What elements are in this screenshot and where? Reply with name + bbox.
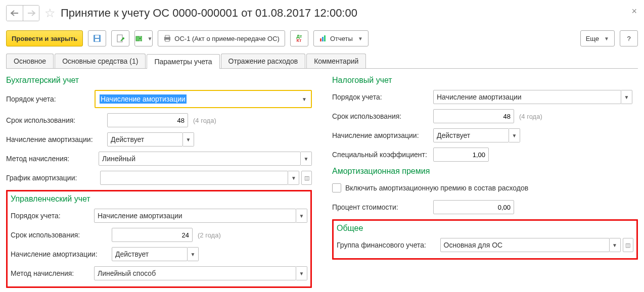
svg-rect-1 [95,35,99,38]
nu-term-input[interactable] [433,109,514,123]
svg-rect-12 [324,35,326,41]
save-button[interactable] [88,30,106,46]
section-common-title: Общее [337,224,633,233]
mu-order-select[interactable]: Начисление амортизации [94,209,296,223]
dropdown-icon[interactable]: ▼ [610,238,621,252]
dtkt-button[interactable]: ДтКт [290,30,308,46]
bu-term-label: Срок использования: [6,116,107,124]
nu-depr-select[interactable]: Действует [433,128,509,142]
dropdown-icon[interactable]: ▼ [296,209,307,223]
post-button[interactable] [111,30,129,46]
close-button[interactable]: × [631,6,637,17]
nu-term-label: Срок использования: [332,112,433,120]
help-button[interactable]: ? [620,30,638,46]
bu-depr-label: Начисление амортизации: [6,135,107,143]
svg-rect-8 [165,35,169,37]
nu-term-hint: (4 года) [519,113,542,120]
nu-depr-label: Начисление амортизации: [332,131,433,139]
mu-method-select[interactable]: Линейный способ [94,266,296,280]
svg-rect-11 [322,37,324,41]
dropdown-icon[interactable]: ▼ [188,247,199,261]
tab-accounting-params[interactable]: Параметры учета [147,54,219,69]
dropdown-icon[interactable]: ▼ [299,92,310,106]
svg-rect-9 [165,39,169,41]
bonus-include-checkbox[interactable] [332,183,341,192]
bonus-include-label: Включить амортизационную премию в состав… [345,184,528,192]
tab-expenses[interactable]: Отражение расходов [221,54,306,68]
bu-term-input[interactable] [107,113,188,127]
bu-order-label: Порядок учета: [6,95,95,103]
nav-forward-button[interactable] [23,6,39,21]
bonus-percent-label: Процент стоимости: [332,203,433,211]
tab-assets[interactable]: Основные средства (1) [55,54,146,68]
favorite-star-icon[interactable]: ☆ [44,6,56,20]
page-title: Принятие к учету ОС 0000-000001 от 01.08… [61,7,357,20]
bu-schedule-label: График амортизации: [6,174,100,182]
section-nu-title: Налоговый учет [332,76,638,85]
dropdown-icon[interactable]: ▼ [296,266,307,280]
mu-depr-select[interactable]: Действует [112,247,188,261]
svg-rect-6 [141,36,142,41]
open-ref-button[interactable]: ◫ [623,238,633,252]
bu-depr-select[interactable]: Действует [107,132,183,147]
bu-method-label: Метод начисления: [6,155,99,163]
dropdown-icon[interactable]: ▼ [509,128,520,142]
section-mu-title: Управленческий учет [11,194,307,204]
nu-coef-input[interactable] [433,148,489,162]
create-based-on-button[interactable]: ▼ [134,30,153,46]
bu-schedule-select[interactable] [100,171,288,185]
mu-depr-label: Начисление амортизации: [11,250,112,258]
svg-point-4 [122,37,124,39]
mu-term-input[interactable] [112,228,193,242]
chevron-down-icon: ▼ [604,36,609,41]
section-bu-title: Бухгалтерский учет [6,76,312,85]
svg-rect-10 [320,38,321,41]
open-ref-button[interactable]: ◫ [301,171,312,185]
dropdown-icon[interactable]: ▼ [183,132,194,147]
reports-button[interactable]: Отчеты ▼ [313,30,369,46]
bonus-percent-input[interactable] [433,200,514,214]
chevron-down-icon: ▼ [358,36,363,41]
section-bonus-title: Амортизационная премия [332,167,638,176]
print-os1-button[interactable]: ОС-1 (Акт о приеме-передаче ОС) [158,30,285,46]
nu-coef-label: Специальный коэффициент: [332,151,433,159]
dropdown-icon[interactable]: ▼ [288,171,299,185]
nu-order-select[interactable]: Начисление амортизации [433,90,621,104]
tab-main[interactable]: Основное [6,54,54,68]
chevron-down-icon: ▼ [147,36,152,41]
dropdown-icon[interactable]: ▼ [621,90,632,104]
post-and-close-button[interactable]: Провести и закрыть [6,30,83,46]
more-button[interactable]: Еще ▼ [580,30,615,46]
mu-order-label: Порядок учета: [11,212,94,220]
mu-method-label: Метод начисления: [11,269,94,277]
common-group-label: Группа финансового учета: [337,241,440,249]
bu-method-select[interactable]: Линейный [99,152,301,166]
svg-rect-2 [95,39,99,41]
tab-comment[interactable]: Комментарий [306,54,366,68]
bu-term-hint: (4 года) [193,117,216,124]
common-group-select[interactable]: Основная для ОС [440,238,610,252]
mu-term-label: Срок использования: [11,231,112,239]
mu-term-hint: (2 года) [198,231,221,239]
nu-order-label: Порядок учета: [332,93,433,101]
dropdown-icon[interactable]: ▼ [301,152,312,166]
nav-back-button[interactable] [7,6,23,21]
svg-rect-5 [136,36,140,41]
bu-order-select[interactable]: Начисление амортизации [97,92,299,106]
